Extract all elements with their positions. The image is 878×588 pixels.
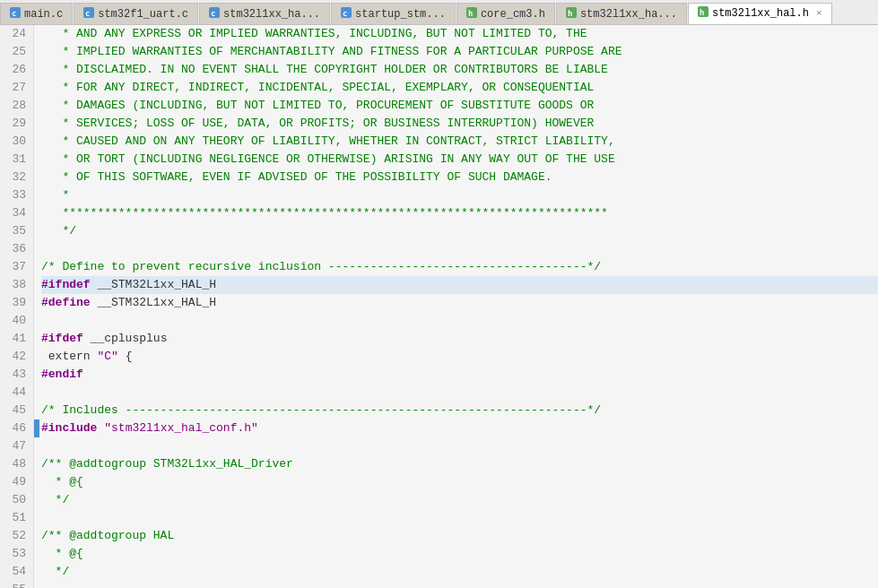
code-line-35: */	[41, 222, 878, 240]
code-text-38: #ifndef __STM32L1xx_HAL_H	[41, 276, 216, 294]
line-number-44: 44	[4, 384, 26, 402]
include-file-46: "stm32l1xx_hal_conf.h"	[104, 421, 258, 435]
code-line-55	[41, 581, 878, 588]
code-area[interactable]: * AND ANY EXPRESS OR IMPLIED WARRANTIES,…	[34, 25, 878, 588]
line-number-25: 25	[4, 43, 26, 61]
code-text-53: * @{	[41, 545, 83, 563]
tab-close-stm32l1xx-hal-h[interactable]: ×	[816, 8, 822, 19]
svg-text:h: h	[700, 8, 704, 17]
line-number-27: 27	[4, 79, 26, 97]
tab-stm32l1xx-ha1[interactable]: cstm32l1xx_ha...	[199, 3, 330, 24]
code-text-29: * SERVICES; LOSS OF USE, DATA, OR PROFIT…	[41, 115, 594, 133]
line-number-37: 37	[4, 258, 26, 276]
code-line-26: * DISCLAIMED. IN NO EVENT SHALL THE COPY…	[41, 61, 878, 79]
code-line-39: #define __STM32L1xx_HAL_H	[41, 294, 878, 312]
code-text-37: /* Define to prevent recursive inclusion…	[41, 258, 601, 276]
code-line-53: * @{	[41, 545, 878, 563]
code-line-42: extern "C" {	[41, 348, 878, 366]
code-text-31: * OR TORT (INCLUDING NEGLIGENCE OR OTHER…	[41, 151, 615, 169]
svg-text:c: c	[343, 9, 347, 18]
tab-main-c[interactable]: cmain.c	[0, 3, 73, 24]
line-number-48: 48	[4, 455, 26, 473]
line-number-32: 32	[4, 169, 26, 186]
line-number-55: 55	[4, 581, 26, 588]
line-number-53: 53	[4, 545, 26, 563]
code-text-41: #ifdef __cplusplus	[41, 330, 167, 348]
tab-label-stm32f1-uart: stm32f1_uart.c	[98, 8, 188, 21]
svg-text:h: h	[468, 9, 473, 18]
line-numbers: 2425262728293031323334353637383940414243…	[0, 25, 34, 588]
code-text-35: */	[41, 222, 76, 240]
code-line-52: /** @addtogroup HAL	[41, 527, 878, 545]
code-text-27: * FOR ANY DIRECT, INDIRECT, INCIDENTAL, …	[41, 79, 594, 97]
line-number-43: 43	[4, 366, 26, 384]
code-text-30: * CAUSED AND ON ANY THEORY OF LIABILITY,…	[41, 133, 615, 151]
line-number-36: 36	[4, 240, 26, 258]
code-text-33: *	[41, 186, 69, 204]
code-text-46: #include "stm32l1xx_hal_conf.h"	[41, 419, 258, 437]
code-line-46: #include "stm32l1xx_hal_conf.h"	[41, 419, 878, 437]
line-number-49: 49	[4, 473, 26, 491]
tab-label-startup-stm: startup_stm...	[355, 8, 446, 21]
code-text-50: */	[41, 491, 69, 509]
code-line-40	[41, 312, 878, 330]
code-line-44	[41, 384, 878, 402]
line-number-29: 29	[4, 115, 26, 133]
preprocessor-kw-41: #ifdef	[41, 332, 83, 345]
code-text-45: /* Includes ----------------------------…	[41, 402, 601, 419]
line-number-34: 34	[4, 204, 26, 222]
code-line-33: *	[41, 186, 878, 204]
preprocessor-rest-41: __cplusplus	[83, 332, 168, 345]
tab-icon-stm32l1xx-ha1: c	[209, 7, 220, 22]
line-number-51: 51	[4, 509, 26, 527]
line-number-39: 39	[4, 294, 26, 312]
code-line-36	[41, 240, 878, 258]
svg-text:c: c	[85, 9, 90, 18]
line-number-42: 42	[4, 348, 26, 366]
code-line-34: ****************************************…	[41, 204, 878, 222]
code-line-37: /* Define to prevent recursive inclusion…	[41, 258, 878, 276]
code-line-47	[41, 437, 878, 455]
line-number-38: 38	[4, 276, 26, 294]
preprocessor-kw-39: #define	[41, 296, 91, 309]
code-line-49: * @{	[41, 473, 878, 491]
code-line-54: */	[41, 563, 878, 581]
tab-label-stm32l1xx-ha2: stm32l1xx_ha...	[580, 8, 677, 21]
code-line-25: * IMPLIED WARRANTIES OF MERCHANTABILITY …	[41, 43, 878, 61]
code-text-39: #define __STM32L1xx_HAL_H	[41, 294, 216, 312]
code-text-24: * AND ANY EXPRESS OR IMPLIED WARRANTIES,…	[41, 25, 587, 43]
tab-icon-main-c: c	[10, 7, 21, 22]
code-text-25: * IMPLIED WARRANTIES OF MERCHANTABILITY …	[41, 43, 622, 61]
code-line-38: #ifndef __STM32L1xx_HAL_H	[41, 276, 878, 294]
tab-core-cm3[interactable]: hcore_cm3.h	[456, 3, 555, 24]
code-text-34: ****************************************…	[41, 204, 608, 222]
line-number-40: 40	[4, 312, 26, 330]
line-number-41: 41	[4, 330, 26, 348]
line-number-31: 31	[4, 151, 26, 169]
code-line-28: * DAMAGES (INCLUDING, BUT NOT LIMITED TO…	[41, 97, 878, 115]
code-line-27: * FOR ANY DIRECT, INDIRECT, INCIDENTAL, …	[41, 79, 878, 97]
tab-stm32l1xx-hal-h[interactable]: hstm32l1xx_hal.h×	[688, 3, 832, 24]
tab-icon-stm32f1-uart: c	[83, 7, 94, 22]
code-text-43: #endif	[41, 366, 91, 384]
line-number-50: 50	[4, 491, 26, 509]
line-number-47: 47	[4, 437, 26, 455]
tab-startup-stm[interactable]: cstartup_stm...	[331, 3, 456, 24]
line-number-24: 24	[4, 25, 26, 43]
preprocessor-rest-38: __STM32L1xx_HAL_H	[91, 278, 216, 291]
tab-stm32f1-uart[interactable]: cstm32f1_uart.c	[74, 3, 198, 24]
tab-stm32l1xx-ha2[interactable]: hstm32l1xx_ha...	[556, 3, 687, 24]
line-number-33: 33	[4, 186, 26, 204]
extern-rest-42: {	[118, 350, 133, 363]
line-number-46: 46	[4, 419, 26, 437]
tab-label-stm32l1xx-hal-h: stm32l1xx_hal.h	[712, 7, 809, 20]
code-text-26: * DISCLAIMED. IN NO EVENT SHALL THE COPY…	[41, 61, 608, 79]
svg-text:c: c	[211, 9, 215, 18]
code-text-32: * OF THIS SOFTWARE, EVEN IF ADVISED OF T…	[41, 169, 552, 186]
tab-bar: cmain.ccstm32f1_uart.ccstm32l1xx_ha...cs…	[0, 0, 878, 25]
preprocessor-rest-43	[83, 368, 91, 381]
line-number-30: 30	[4, 133, 26, 151]
line-number-54: 54	[4, 563, 26, 581]
preprocessor-kw-43: #endif	[41, 368, 83, 381]
svg-text:h: h	[568, 9, 572, 18]
